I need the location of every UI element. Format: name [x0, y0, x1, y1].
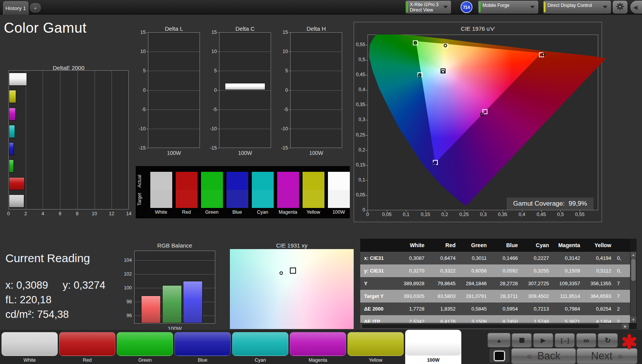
axis-tick-label: -10: [133, 126, 146, 131]
swatch-target-white: [150, 190, 172, 208]
collapse-panel-button[interactable]: ◀: [630, 1, 642, 13]
scroll-right-button[interactable]: ▶: [622, 323, 629, 329]
history-tab[interactable]: History 1: [3, 1, 28, 15]
deltae-bar-red: [9, 177, 25, 190]
axis-tick-label: 0,15: [350, 162, 365, 168]
axis-tick-label: 0,5: [557, 212, 564, 217]
pattern-button-red[interactable]: Red: [59, 330, 115, 364]
axis-tick-label: 0: [350, 207, 365, 213]
meter-dropdown[interactable]: X-Rite i1Pro 3 Direct View: [406, 1, 451, 13]
deltae-bar-100w: [9, 73, 27, 86]
target-row-label: Target: [137, 190, 142, 208]
rgb-balance-title: RGB Balance: [157, 242, 192, 249]
axis-tick: [366, 120, 368, 120]
axis-tick-label: 100: [119, 285, 132, 291]
swatch-label: 100W: [333, 209, 345, 215]
axis-tick-label: 15: [275, 30, 288, 35]
delta-x-label: 100W: [167, 150, 181, 156]
refresh-icon: ↻: [605, 336, 611, 345]
pattern-button-green[interactable]: Green: [117, 330, 173, 364]
scroll-up-button[interactable]: ▲: [630, 252, 636, 258]
swatch-actual-red: [176, 172, 198, 190]
axis-tick-label: 0,25: [459, 212, 469, 217]
deltae-bar-yellow: [9, 90, 16, 103]
axis-tick: [366, 210, 368, 211]
scroll-down-button[interactable]: ▼: [630, 317, 636, 323]
table-cell: 0,5845: [459, 303, 490, 315]
swatch-actual-white: [150, 172, 172, 190]
axis-tick: [289, 90, 290, 91]
source-dropdown[interactable]: Mobile Forge: [478, 1, 538, 13]
pattern-window-button[interactable]: [489, 348, 510, 363]
axis-tick-label: 0,35: [498, 212, 507, 217]
gridline: [291, 129, 342, 129]
gamut-coverage-value: 99,9%: [569, 200, 587, 208]
single-measure-button[interactable]: [↔]: [555, 333, 575, 347]
swatch-actual-magenta: [277, 172, 299, 190]
axis-tick: [366, 45, 368, 45]
gridline: [135, 274, 215, 274]
axis-tick: [502, 210, 503, 212]
axis-tick-label: 14: [126, 211, 131, 216]
table-cell: 0,1466: [490, 252, 521, 264]
column-header: White: [397, 239, 428, 252]
table-cell: 0,6056: [459, 264, 490, 277]
axis-tick-label: 10: [92, 211, 97, 216]
table-cell: 0,7984: [552, 303, 584, 315]
pattern-button-yellow[interactable]: Yellow: [348, 330, 404, 364]
axis-tick-label: 0,5: [350, 57, 365, 62]
pattern-button-cyan[interactable]: Cyan: [232, 330, 288, 364]
display-control-dropdown[interactable]: Direct Display Control: [543, 1, 611, 13]
table-row: y: CIE310,32700,33220,60560,05920,32550,…: [360, 264, 630, 277]
arrow-left-icon: ◀: [634, 4, 638, 10]
axis-tick: [289, 148, 290, 148]
axis-tick-label: 10: [275, 49, 288, 54]
gridline: [148, 129, 200, 129]
swatch-label: Magenta: [279, 209, 298, 215]
axis-tick: [146, 129, 148, 129]
axis-tick-label: 0,4: [350, 87, 365, 92]
axis-tick-label: 96: [119, 313, 132, 318]
axis-tick: [522, 210, 522, 212]
swatch-actual-100w: [328, 172, 350, 190]
stop-button[interactable]: [512, 333, 532, 347]
continuous-measure-button[interactable]: ∞: [576, 333, 596, 347]
deltae-bar-cyan: [9, 125, 15, 138]
delta-chart-title: Delta C: [235, 25, 254, 32]
refresh-button[interactable]: ↻: [598, 333, 618, 347]
settings-button[interactable]: [613, 1, 627, 13]
top-bar: History 1 + X-Rite i1Pro 3 Direct View 7…: [0, 0, 642, 15]
pattern-button-100w[interactable]: 100W: [405, 330, 461, 364]
pattern-button-magenta[interactable]: Magenta: [290, 330, 346, 364]
row-label: Target Y: [360, 290, 397, 303]
axis-tick-label: 6: [59, 211, 62, 216]
table-cell-clipped: 7: [615, 290, 630, 303]
pattern-label: Magenta: [290, 357, 346, 363]
gridline: [220, 90, 271, 91]
pattern-scroll-up-button[interactable]: ▲: [487, 333, 511, 347]
axis-tick: [146, 32, 148, 33]
vscroll-thumb[interactable]: [631, 259, 635, 281]
play-button[interactable]: ▶: [533, 333, 553, 347]
swatch-target-blue: [226, 190, 248, 208]
gamut-actual-red: [542, 53, 545, 56]
meter-mode: Direct View: [410, 7, 433, 13]
pattern-color-blue: [175, 332, 231, 356]
axis-tick: [289, 32, 290, 33]
display-control-name: Direct Display Control: [547, 3, 592, 8]
axis-tick-label: 5: [133, 68, 146, 73]
pattern-label: Red: [59, 357, 115, 363]
add-tab-button[interactable]: +: [30, 3, 41, 12]
pattern-button-blue[interactable]: Blue: [175, 330, 231, 364]
axis-tick: [580, 210, 580, 212]
next-button[interactable]: Next »: [577, 348, 637, 364]
back-button[interactable]: « Back: [511, 348, 576, 364]
table-cell: 309,4502: [521, 290, 552, 303]
hscroll-thumb[interactable]: [361, 324, 600, 329]
axis-tick-label: -15: [204, 145, 217, 151]
axis-tick-label: 0: [204, 88, 217, 93]
axis-tick: [146, 90, 148, 91]
pattern-button-white[interactable]: White: [2, 330, 58, 364]
table-cell-clipped: 2: [615, 303, 630, 315]
axis-tick-label: 0,1: [403, 212, 409, 217]
